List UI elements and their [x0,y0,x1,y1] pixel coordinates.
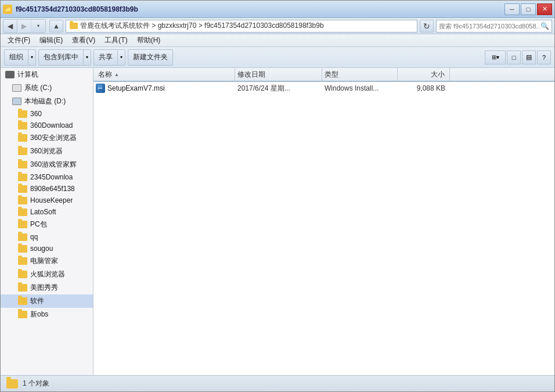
sidebar-item-360bro[interactable]: 360浏览器 [1,145,93,158]
menu-tools[interactable]: 工具(T) [100,34,132,46]
status-bar: 1 个对象 [1,375,554,391]
folder-qq-icon [18,233,27,241]
close-button[interactable]: ✕ [537,3,552,15]
sidebar-label-pcmanager: 电脑管家 [30,256,58,266]
file-type-cell: Windows Install... [322,84,398,92]
table-row[interactable]: msi SetupExamV7.msi 2017/6/24 星期... Wind… [93,82,554,95]
include-dropdown: 包含到库中 ▾ [38,49,91,66]
menu-view[interactable]: 查看(V) [67,34,100,46]
sidebar-label-latosoft: LatoSoft [30,208,56,216]
minimize-button[interactable]: ─ [504,3,520,15]
include-button[interactable]: 包含到库中 [38,49,83,66]
sidebar-label-drive-d: 本地磁盘 (D:) [24,96,66,106]
status-folder-icon [6,379,18,389]
file-name-text: SetupExamV7.msi [107,84,165,92]
sidebar-label-8908: 8908e645f138 [30,185,75,193]
sidebar-label-meitu: 美图秀秀 [30,283,58,293]
sidebar-item-2345[interactable]: 2345Downloa [1,171,93,183]
folder-latosoft-icon [18,208,27,216]
col-date-label: 修改日期 [237,70,265,80]
sidebar-item-360anquan[interactable]: 360安全浏览器 [1,131,93,145]
sidebar-item-meitu[interactable]: 美图秀秀 [1,281,93,294]
col-type-label: 类型 [325,70,338,80]
folder-360anquan-icon [18,134,27,142]
sidebar-item-housekeeper[interactable]: HouseKeeper [1,195,93,206]
main-content: 计算机 系统 (C:) 本地磁盘 (D:) 360 360Download [1,68,554,375]
col-name[interactable]: 名称 ▲ [96,68,235,81]
search-input[interactable] [439,23,540,30]
sidebar-label-sougou: sougou [30,244,53,253]
sidebar-label-360download: 360Download [30,121,73,130]
dropdown-button[interactable]: ▾ [31,20,45,33]
file-list-header: 名称 ▲ 修改日期 类型 大小 [93,68,554,82]
sidebar-item-software[interactable]: 软件 [1,294,93,308]
toolbar: 组织 ▾ 包含到库中 ▾ 共享 ▾ 新建文件夹 ⊞▾ □ ▤ ? [1,47,554,68]
view-dropdown-button[interactable]: ⊞▾ [485,51,506,64]
organize-button[interactable]: 组织 [4,49,28,66]
menu-edit[interactable]: 编辑(E) [35,34,67,46]
col-name-sort: ▲ [114,72,119,77]
sidebar-label-360anquan: 360安全浏览器 [30,133,77,143]
svg-text:msi: msi [98,87,102,89]
sidebar-item-pc[interactable]: PC包 [1,218,93,231]
drive-c-icon [12,84,21,92]
up-button[interactable]: ▲ [49,20,63,33]
sidebar-label-360: 360 [30,110,42,118]
preview-pane-button[interactable]: □ [507,51,521,64]
sidebar-item-360download[interactable]: 360Download [1,120,93,131]
sidebar-item-360game[interactable]: 360游戏管家辉 [1,158,93,171]
sidebar-item-360[interactable]: 360 [1,108,93,120]
col-type[interactable]: 类型 [322,68,398,81]
col-name-label: 名称 [98,70,112,80]
menu-bar: 文件(F) 编辑(E) 查看(V) 工具(T) 帮助(H) [1,34,554,47]
sidebar-label-2345: 2345Downloa [30,173,73,181]
share-dropdown-arrow[interactable]: ▾ [117,49,125,66]
folder-360download-icon [18,122,27,130]
sidebar-label-software: 软件 [30,296,44,306]
address-path-text: 管鹿在线考试系统软件 > gbzxksxtrj70 > f9c4517354d2… [80,21,324,31]
folder-360-icon [18,110,27,118]
window-title: f9c4517354d2710303cd8058198f3b9b [16,5,504,13]
menu-help[interactable]: 帮助(H) [132,34,165,46]
sidebar-item-computer[interactable]: 计算机 [1,68,93,81]
folder-sougou-icon [18,245,27,253]
maximize-button[interactable]: □ [521,3,536,15]
folder-2345-icon [18,174,27,181]
folder-housekeeper-icon [18,197,27,204]
include-dropdown-arrow[interactable]: ▾ [83,49,91,66]
col-date[interactable]: 修改日期 [235,68,322,81]
search-icon[interactable]: 🔍 [540,22,549,30]
search-box: 🔍 [436,20,552,33]
share-dropdown: 共享 ▾ [93,49,125,66]
organize-dropdown-arrow[interactable]: ▾ [28,49,36,66]
file-date-cell: 2017/6/24 星期... [235,84,322,93]
sidebar-item-drive-c[interactable]: 系统 (C:) [1,81,93,95]
sidebar-item-firefox[interactable]: 火狐浏览器 [1,268,93,281]
refresh-button[interactable]: ↻ [420,20,434,33]
sidebar-item-latosoft[interactable]: LatoSoft [1,206,93,218]
sidebar-label-newobs: 新obs [30,310,48,319]
folder-360bro-icon [18,148,27,155]
sidebar: 计算机 系统 (C:) 本地磁盘 (D:) 360 360Download [1,68,93,375]
sidebar-item-sougou[interactable]: sougou [1,243,93,254]
sidebar-label-housekeeper: HouseKeeper [30,196,73,204]
forward-button[interactable]: ▶ [17,20,31,33]
file-list: 名称 ▲ 修改日期 类型 大小 [93,68,554,375]
share-button[interactable]: 共享 [93,49,117,66]
menu-file[interactable]: 文件(F) [3,34,35,46]
folder-meitu-icon [18,284,27,292]
sidebar-item-pcmanager[interactable]: 电脑管家 [1,254,93,268]
folder-software-icon [18,297,27,305]
folder-8908-icon [18,185,27,193]
sidebar-item-newobs[interactable]: 新obs [1,308,93,321]
details-pane-button[interactable]: ▤ [522,51,536,64]
new-folder-button[interactable]: 新建文件夹 [128,49,173,66]
sidebar-item-8908[interactable]: 8908e645f138 [1,183,93,195]
col-size[interactable]: 大小 [398,68,450,81]
help-button[interactable]: ? [537,51,551,64]
address-path-bar[interactable]: 管鹿在线考试系统软件 > gbzxksxtrj70 > f9c4517354d2… [66,20,417,33]
sidebar-item-drive-d[interactable]: 本地磁盘 (D:) [1,95,93,108]
nav-button-group: ◀ ▶ ▾ [3,19,46,33]
sidebar-item-qq[interactable]: qq [1,231,93,243]
back-button[interactable]: ◀ [3,20,17,33]
